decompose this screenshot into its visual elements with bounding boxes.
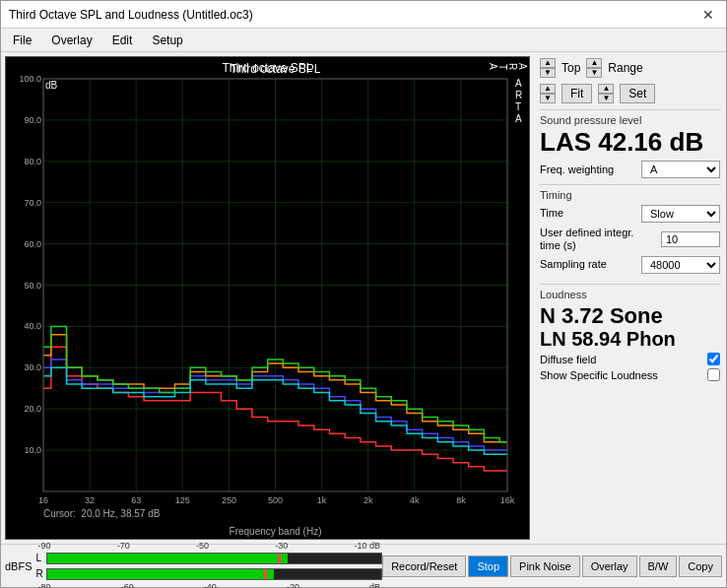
fit-up-button[interactable]: ▲ (540, 84, 556, 94)
close-button[interactable]: ✕ (698, 5, 718, 25)
r-channel-label: R (36, 568, 44, 579)
loudness-value2: LN 58.94 Phon (540, 328, 720, 350)
menu-bar: File Overlay Edit Setup (1, 29, 726, 52)
freq-weighting-row: Freq. weighting A B C Z (540, 161, 720, 178)
set-down-button[interactable]: ▼ (598, 94, 614, 103)
fit-spinner: ▲ ▼ (540, 84, 556, 103)
set-button[interactable]: Set (620, 84, 655, 103)
copy-button[interactable]: Copy (679, 555, 722, 577)
meter-tick-r-80: -80 (38, 582, 51, 589)
fit-set-controls: ▲ ▼ Fit ▲ ▼ Set (540, 84, 720, 103)
chart-canvas (6, 57, 529, 539)
range-down-button[interactable]: ▼ (586, 68, 602, 78)
spl-section: Sound pressure level LAS 42.16 dB Freq. … (540, 109, 720, 178)
meter-fill-r (47, 569, 275, 579)
user-defined-label: User defined integr. time (s) (540, 227, 638, 252)
title-bar: Third Octave SPL and Loudness (Untitled.… (1, 1, 726, 29)
meter-peak-r (264, 569, 267, 579)
meter-area: -90 -70 -50 -30 -10 dB L R (36, 541, 383, 589)
freq-weighting-dropdown[interactable]: A B C Z (641, 161, 720, 178)
time-label: Time (540, 207, 563, 220)
sampling-rate-label: Sampling rate (540, 258, 607, 271)
spl-section-label: Sound pressure level (540, 114, 720, 126)
window-title: Third Octave SPL and Loudness (Untitled.… (9, 8, 253, 22)
top-range-controls: ▲ ▼ Top ▲ ▼ Range (540, 58, 720, 78)
user-defined-input[interactable] (661, 231, 720, 247)
fit-button[interactable]: Fit (562, 84, 592, 103)
user-defined-row: User defined integr. time (s) (540, 227, 720, 252)
range-label: Range (608, 61, 642, 75)
pink-noise-button[interactable]: Pink Noise (510, 555, 580, 577)
meter-fill-l (47, 554, 289, 563)
l-channel-label: L (36, 553, 44, 563)
set-up-button[interactable]: ▲ (598, 84, 614, 94)
show-specific-loudness-label: Show Specific Loudness (540, 369, 658, 381)
bw-button[interactable]: B/W (639, 555, 678, 577)
range-spinner: ▲ ▼ (586, 58, 602, 78)
top-spinner: ▲ ▼ (540, 58, 556, 78)
meter-row-r: R (36, 566, 383, 582)
timing-section: Timing Time Slow Fast Impulse User defin… (540, 184, 720, 278)
chart-title: Third octave SPL (222, 61, 312, 75)
meter-tick-r-40: -40 (204, 582, 217, 589)
loudness-section: Loudness N 3.72 Sone LN 58.94 Phon Diffu… (540, 284, 720, 381)
spl-value: LAS 42.16 dB (540, 128, 720, 157)
bottom-buttons: Record/Reset Stop Pink Noise Overlay B/W… (382, 555, 722, 577)
timing-section-label: Timing (540, 189, 720, 201)
time-row: Time Slow Fast Impulse (540, 205, 720, 223)
sampling-rate-row: Sampling rate 48000 44100 96000 (540, 256, 720, 274)
meter-tick-r-20: -20 (287, 582, 299, 589)
meter-scale-top: -90 -70 -50 -30 -10 dB (36, 541, 383, 551)
top-label: Top (562, 61, 580, 75)
loudness-section-label: Loudness (540, 289, 720, 300)
main-content: Third octave SPL ARTA ▲ ▼ Top ▲ ▼ Range (1, 52, 726, 544)
menu-edit[interactable]: Edit (104, 32, 141, 49)
bottom-bar: dBFS -90 -70 -50 -30 -10 dB L R (1, 544, 726, 587)
meter-tick-30: -30 (275, 541, 288, 551)
loudness-value1: N 3.72 Sone (540, 304, 720, 328)
dbfs-label: dBFS (5, 560, 33, 572)
meter-tick-70: -70 (117, 541, 130, 551)
stop-button[interactable]: Stop (468, 555, 508, 577)
sampling-rate-dropdown[interactable]: 48000 44100 96000 (641, 256, 720, 274)
diffuse-field-checkbox[interactable] (707, 353, 720, 365)
meter-peak-l (278, 554, 281, 563)
meter-tick-r-60: -60 (121, 582, 134, 589)
freq-weighting-label: Freq. weighting (540, 163, 614, 175)
show-specific-loudness-row: Show Specific Loudness (540, 368, 720, 381)
diffuse-field-label: Diffuse field (540, 354, 596, 365)
meter-tick-50: -50 (196, 541, 209, 551)
record-reset-button[interactable]: Record/Reset (382, 555, 466, 577)
meter-scale-bottom: -80 -60 -40 -20 dB (36, 582, 383, 589)
meter-track-l (46, 553, 383, 564)
menu-setup[interactable]: Setup (144, 32, 190, 49)
chart-arta-label: ARTA (488, 63, 527, 70)
meter-tick-10: -10 dB (355, 541, 381, 551)
time-dropdown[interactable]: Slow Fast Impulse (641, 205, 720, 223)
meter-row-l: L (36, 551, 383, 566)
set-spinner: ▲ ▼ (598, 84, 614, 103)
overlay-button[interactable]: Overlay (582, 555, 637, 577)
show-specific-loudness-checkbox[interactable] (707, 368, 720, 381)
range-up-button[interactable]: ▲ (586, 58, 602, 68)
meter-track-r (46, 568, 383, 580)
chart-area: Third octave SPL ARTA (5, 56, 530, 540)
meter-tick-90: -90 (38, 541, 51, 551)
meter-tick-r-db: dB (369, 582, 380, 589)
top-down-button[interactable]: ▼ (540, 68, 556, 78)
top-up-button[interactable]: ▲ (540, 58, 556, 68)
menu-file[interactable]: File (5, 32, 39, 49)
fit-down-button[interactable]: ▼ (540, 94, 556, 103)
diffuse-field-row: Diffuse field (540, 353, 720, 365)
right-panel: ▲ ▼ Top ▲ ▼ Range ▲ ▼ Fit ▲ ▼ (534, 52, 726, 544)
menu-overlay[interactable]: Overlay (43, 32, 99, 49)
main-window: Third Octave SPL and Loudness (Untitled.… (0, 0, 727, 588)
